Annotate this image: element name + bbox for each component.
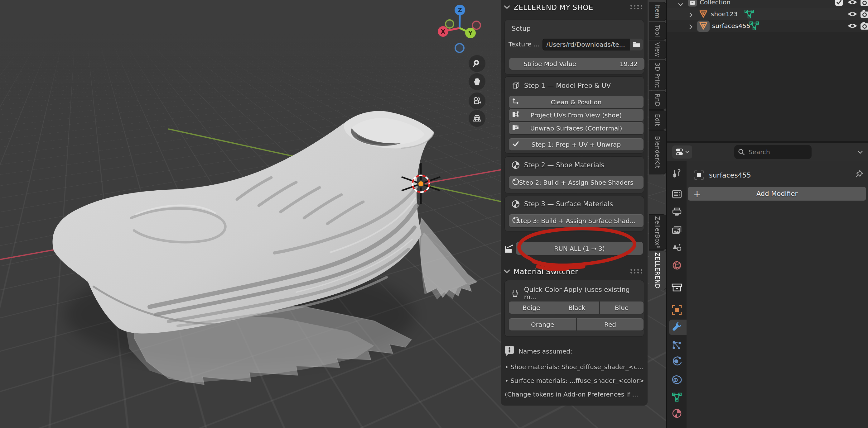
brush-icon: [511, 289, 520, 298]
outliner-row-collection[interactable]: Collection: [667, 0, 868, 8]
output-tab-icon[interactable]: [672, 207, 682, 218]
pan-button[interactable]: [469, 73, 486, 90]
run-all-button[interactable]: RUN ALL (1 → 3): [516, 242, 643, 255]
tab-zellerend[interactable]: ZELLEREND: [649, 251, 666, 290]
check-icon: [512, 140, 520, 149]
object-tab-icon[interactable]: [672, 305, 682, 317]
outliner-row-shoe123[interactable]: shoe123: [667, 8, 868, 20]
collapse-chevron-icon[interactable]: [503, 5, 510, 10]
camera-render-icon[interactable]: [860, 22, 868, 32]
constraints-tab-icon[interactable]: [671, 375, 682, 386]
eye-icon[interactable]: [847, 0, 858, 7]
collection-icon: [688, 0, 697, 8]
modifiers-tab-icon[interactable]: [671, 321, 682, 333]
collection-name[interactable]: Collection: [700, 0, 731, 6]
clean-position-button[interactable]: Clean & Position: [509, 96, 644, 108]
checker-icon: [512, 124, 520, 133]
grid-floor-icon: [472, 113, 482, 123]
tab-view[interactable]: View: [649, 40, 666, 59]
scene-tab-icon[interactable]: [672, 243, 682, 253]
uv-project-icon: [512, 110, 520, 120]
folder-icon: [632, 41, 640, 48]
grid-toggle-button[interactable]: [469, 110, 486, 127]
outliner-row-surfaces455[interactable]: surfaces455: [667, 20, 868, 32]
editor-type-button[interactable]: [672, 145, 692, 159]
tab-item[interactable]: Item: [649, 2, 666, 21]
search-input[interactable]: [748, 148, 799, 156]
tab-edit[interactable]: Edit: [649, 110, 666, 130]
navigation-gizmo[interactable]: Z X Y: [438, 5, 480, 52]
render-tab-icon[interactable]: [672, 190, 682, 200]
plus-icon: +: [693, 189, 701, 199]
step2-run-button[interactable]: Step 2: Build + Assign Shoe Shaders: [509, 176, 644, 189]
zoom-button[interactable]: [469, 55, 486, 72]
tab-zellerbox[interactable]: ZellerBox³: [649, 214, 666, 250]
panel-drag-handle[interactable]: [629, 4, 643, 9]
panel-drag-handle[interactable]: [629, 268, 643, 273]
tab-tool[interactable]: Tool: [649, 22, 666, 40]
sequence-icon: [504, 243, 514, 255]
tab-3d-print[interactable]: 3D Print: [649, 60, 666, 90]
object-name[interactable]: surfaces455: [712, 22, 750, 30]
gizmo-z-label: Z: [458, 6, 462, 13]
shader-ball-icon: [512, 178, 520, 187]
checkbox-icon[interactable]: [835, 0, 843, 8]
properties-search[interactable]: [734, 145, 812, 159]
panel-title: ZELLEREND MY SHOE: [514, 3, 593, 11]
eye-icon[interactable]: [847, 10, 858, 19]
stripe-mod-value-slider[interactable]: Stripe Mod Value 19.32: [509, 58, 645, 70]
material-tab-icon[interactable]: [672, 408, 682, 420]
note-line: • Surface materials: ...ffuse_shader_<co…: [505, 377, 644, 384]
camera-view-button[interactable]: [469, 93, 486, 109]
collapse-chevron-icon[interactable]: [503, 269, 510, 275]
breadcrumb[interactable]: surfaces455: [709, 171, 751, 179]
expand-chevron-icon[interactable]: [689, 24, 693, 31]
camera-render-icon[interactable]: [860, 0, 868, 8]
chevron-down-icon[interactable]: [858, 150, 863, 156]
search-icon: [738, 149, 745, 156]
world-tab-icon[interactable]: [672, 260, 682, 272]
expand-chevron-icon[interactable]: [678, 1, 683, 8]
color-blue-button[interactable]: Blue: [600, 301, 644, 314]
eye-icon[interactable]: [847, 23, 858, 31]
browse-folder-button[interactable]: [630, 39, 643, 51]
gizmo-neg-x[interactable]: [472, 21, 480, 29]
color-black-button[interactable]: Black: [554, 301, 599, 314]
particles-tab-icon[interactable]: [672, 340, 682, 352]
gizmo-neg-z[interactable]: [455, 44, 464, 52]
project-uvs-button[interactable]: Project UVs From View (shoe): [509, 109, 644, 121]
object-breadcrumb-icon: [694, 170, 704, 180]
note-line: • Shoe materials: Shoe_diffuse_shader_<c…: [505, 363, 643, 371]
tab-blenderkit[interactable]: BlenderKit: [649, 130, 666, 174]
object-data-tab-icon[interactable]: [672, 393, 682, 403]
gizmo-y-label: Y: [468, 30, 473, 36]
camera-render-icon[interactable]: [860, 10, 868, 20]
object-origin: [418, 181, 424, 187]
step3-run-button[interactable]: Step 3: Build + Assign Surface Shad...: [509, 214, 644, 227]
color-orange-button[interactable]: Orange: [509, 318, 576, 330]
color-beige-button[interactable]: Beige: [509, 301, 554, 314]
add-modifier-button[interactable]: + Add Modifier: [688, 187, 866, 201]
properties-editor-icon: [675, 147, 685, 157]
expand-chevron-icon[interactable]: [689, 12, 693, 19]
collection-tab-icon[interactable]: [672, 284, 682, 293]
object-name[interactable]: shoe123: [711, 10, 738, 18]
color-red-button[interactable]: Red: [577, 318, 644, 330]
material-sphere-icon: [512, 200, 520, 208]
view-layer-tab-icon[interactable]: [672, 226, 682, 235]
pin-icon[interactable]: [854, 169, 864, 181]
step2-title: Step 2 — Shoe Materials: [524, 161, 604, 169]
shader-ball-icon: [512, 216, 520, 225]
tool-tab-icon[interactable]: [672, 168, 682, 179]
step2-box: Step 2 — Shoe Materials Step 2: Build + …: [505, 157, 644, 193]
mesh-data-icon: [749, 22, 759, 32]
tab-rnd[interactable]: RnD: [649, 91, 666, 110]
texture-path-field[interactable]: /Users/rd/Downloads/te...: [542, 39, 633, 51]
unwrap-surfaces-button[interactable]: Unwrap Surfaces (Conformal): [509, 122, 644, 134]
setup-box: Setup Texture ... /Users/rd/Downloads/te…: [505, 20, 644, 74]
step1-run-button[interactable]: Step 1: Prep + UV + Unwrap: [509, 138, 644, 151]
physics-tab-icon[interactable]: [672, 356, 682, 368]
gizmo-neg-y[interactable]: [445, 20, 454, 28]
magnifier-plus-icon: [472, 59, 482, 68]
camera-icon: [472, 96, 482, 106]
